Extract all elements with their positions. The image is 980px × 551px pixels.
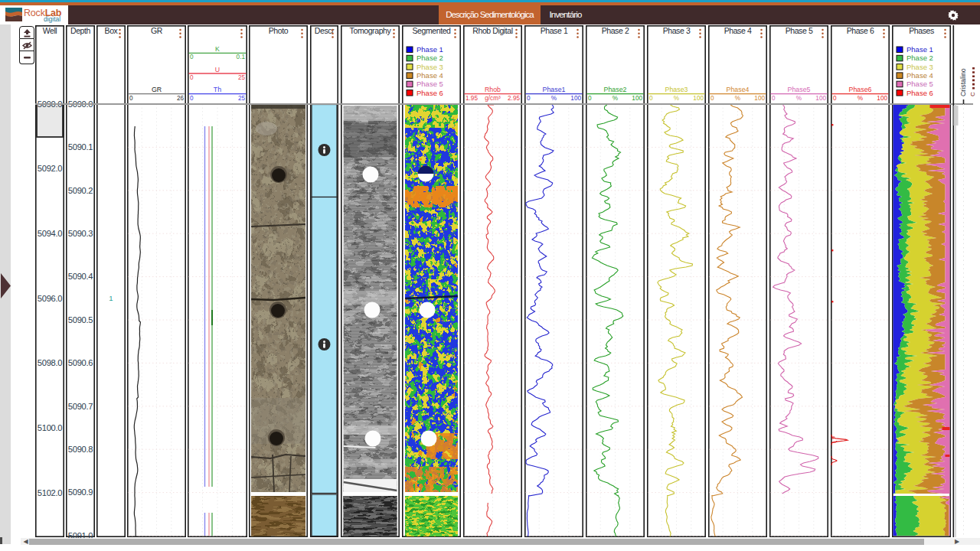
svg-text:Phase 1: Phase 1 bbox=[541, 26, 568, 35]
svg-text:U: U bbox=[215, 66, 220, 73]
svg-text:5090.9: 5090.9 bbox=[68, 487, 93, 497]
svg-text:Segmented: Segmented bbox=[412, 26, 451, 35]
svg-text:5090.8: 5090.8 bbox=[68, 445, 93, 454]
svg-text:5090.6: 5090.6 bbox=[68, 358, 93, 367]
svg-text:Phase 3: Phase 3 bbox=[663, 26, 691, 35]
svg-text:%: % bbox=[735, 95, 740, 102]
svg-text:Phase1: Phase1 bbox=[543, 86, 566, 93]
svg-text:%: % bbox=[551, 95, 557, 102]
svg-text:Phase 3: Phase 3 bbox=[906, 63, 933, 71]
svg-text:Box: Box bbox=[105, 26, 119, 35]
svg-text:Phase6: Phase6 bbox=[849, 86, 872, 93]
svg-text:5092.0: 5092.0 bbox=[38, 164, 62, 173]
svg-text:2.95: 2.95 bbox=[508, 95, 520, 102]
svg-text:GR: GR bbox=[152, 86, 162, 93]
svg-text:Th: Th bbox=[214, 86, 221, 93]
svg-text:Phase 6: Phase 6 bbox=[906, 89, 933, 97]
svg-text:5090.5: 5090.5 bbox=[68, 315, 93, 324]
svg-text:Photo: Photo bbox=[269, 26, 289, 35]
svg-text:Phase 2: Phase 2 bbox=[906, 54, 933, 62]
svg-text:Rhob Digital: Rhob Digital bbox=[472, 26, 512, 35]
svg-text:C: C bbox=[969, 92, 976, 96]
svg-text:GR: GR bbox=[151, 26, 163, 35]
svg-text:Phase 1: Phase 1 bbox=[416, 45, 443, 54]
svg-text:Phase2: Phase2 bbox=[604, 86, 627, 93]
svg-text:1.95: 1.95 bbox=[466, 95, 478, 102]
svg-text:Cristalino: Cristalino bbox=[959, 68, 967, 96]
svg-text:0: 0 bbox=[772, 95, 776, 102]
svg-text:Tomography: Tomography bbox=[350, 26, 392, 35]
svg-text:5098.0: 5098.0 bbox=[38, 358, 62, 367]
svg-text:0: 0 bbox=[190, 95, 194, 102]
svg-text:Phase 6: Phase 6 bbox=[416, 89, 443, 97]
svg-text:0.1: 0.1 bbox=[237, 54, 246, 60]
svg-text:Phase 3: Phase 3 bbox=[416, 63, 443, 71]
svg-text:0: 0 bbox=[588, 95, 592, 102]
svg-text:1: 1 bbox=[109, 294, 113, 302]
svg-text:Phase 4: Phase 4 bbox=[416, 71, 443, 80]
svg-text:Phase4: Phase4 bbox=[727, 86, 750, 93]
svg-text:Phase 1: Phase 1 bbox=[906, 45, 933, 54]
svg-text:100: 100 bbox=[877, 95, 887, 102]
svg-text:0: 0 bbox=[527, 95, 531, 102]
svg-text:5102.0: 5102.0 bbox=[38, 488, 62, 497]
svg-text:Phase 4: Phase 4 bbox=[906, 71, 933, 80]
svg-text:Phase 2: Phase 2 bbox=[602, 26, 629, 35]
svg-text:5090.1: 5090.1 bbox=[68, 142, 93, 152]
svg-text:Rhob: Rhob bbox=[485, 86, 501, 93]
svg-text:0: 0 bbox=[710, 95, 714, 102]
svg-text:%: % bbox=[796, 95, 802, 102]
svg-text:Well: Well bbox=[43, 26, 57, 35]
svg-text:Phase5: Phase5 bbox=[788, 86, 811, 93]
svg-text:5090.4: 5090.4 bbox=[68, 272, 93, 281]
svg-text:0: 0 bbox=[833, 95, 837, 102]
svg-text:5090.3: 5090.3 bbox=[68, 229, 93, 238]
svg-text:%: % bbox=[858, 95, 863, 102]
svg-text:Descr: Descr bbox=[315, 26, 335, 35]
svg-text:Phases: Phases bbox=[909, 26, 934, 35]
svg-text:Phase3: Phase3 bbox=[665, 86, 688, 93]
svg-text:0: 0 bbox=[129, 95, 133, 102]
svg-text:K: K bbox=[215, 45, 220, 53]
svg-text:Phase 2: Phase 2 bbox=[416, 54, 443, 62]
svg-text:100: 100 bbox=[570, 95, 581, 102]
svg-text:100: 100 bbox=[632, 95, 642, 102]
svg-text:g/cm³: g/cm³ bbox=[485, 95, 501, 102]
svg-text:100: 100 bbox=[754, 95, 765, 102]
svg-text:5094.0: 5094.0 bbox=[38, 229, 62, 238]
svg-text:%: % bbox=[612, 95, 618, 102]
svg-text:Phase 4: Phase 4 bbox=[724, 26, 752, 35]
svg-text:0: 0 bbox=[190, 54, 194, 60]
svg-text:5090.7: 5090.7 bbox=[68, 402, 93, 411]
svg-text:Phase 5: Phase 5 bbox=[906, 80, 933, 88]
svg-text:Depth: Depth bbox=[70, 26, 91, 35]
svg-text:Phase 5: Phase 5 bbox=[416, 80, 443, 88]
svg-text:25: 25 bbox=[238, 74, 246, 81]
svg-text:%: % bbox=[674, 95, 679, 102]
svg-text:100: 100 bbox=[815, 95, 826, 102]
svg-text:5090.2: 5090.2 bbox=[68, 186, 93, 195]
svg-text:5096.0: 5096.0 bbox=[38, 294, 62, 303]
svg-text:0: 0 bbox=[649, 95, 653, 102]
svg-text:Phase 6: Phase 6 bbox=[847, 26, 874, 35]
svg-text:100: 100 bbox=[693, 95, 704, 102]
svg-text:Phase 5: Phase 5 bbox=[786, 26, 813, 35]
svg-text:5100.0: 5100.0 bbox=[38, 423, 62, 432]
svg-text:26: 26 bbox=[177, 95, 185, 102]
svg-text:25: 25 bbox=[238, 95, 246, 102]
svg-text:0: 0 bbox=[190, 74, 194, 81]
